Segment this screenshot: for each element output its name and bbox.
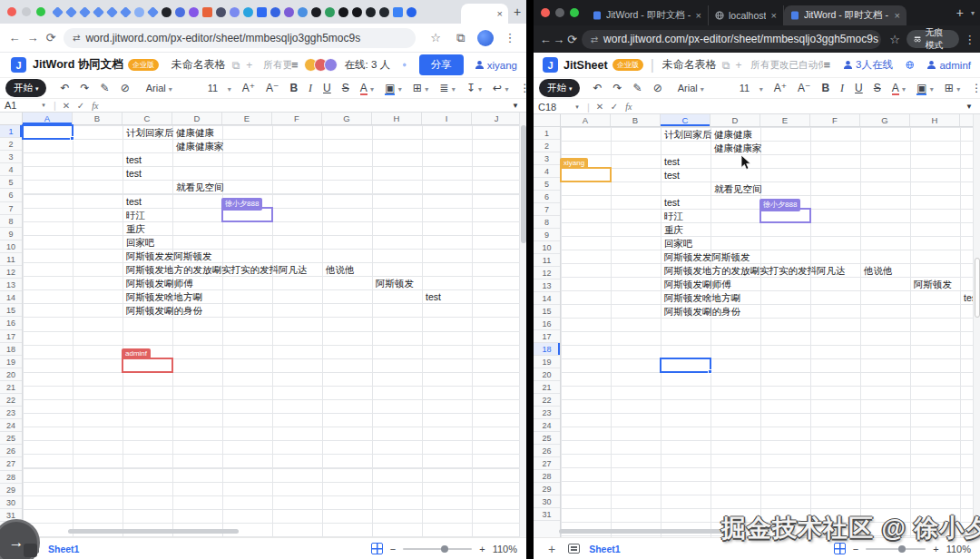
pinned-tab-icon[interactable] [134, 7, 144, 17]
column-header-A[interactable]: A [23, 113, 73, 124]
new-tab-button[interactable]: + [508, 5, 526, 19]
close-tab-icon[interactable]: × [894, 10, 899, 21]
close-tab-icon[interactable]: × [770, 10, 776, 21]
selected-cell-C18[interactable] [660, 358, 711, 373]
zoom-out-button[interactable]: − [390, 544, 396, 554]
start-menu-button[interactable]: 开始 ▾ [5, 79, 46, 97]
spreadsheet-grid[interactable]: ABCDEFGHIJ123456789101112131415161718192… [0, 113, 521, 537]
new-tab-button[interactable]: + [949, 5, 971, 20]
font-size-dropdown-icon[interactable]: ▾ [223, 82, 236, 94]
vertical-align-button[interactable]: ↧ ▾ [462, 82, 486, 94]
cells-area[interactable]: 计划回家后健康健康健康健康家testtest就看见空间test旴江重庆回家吧阿斯… [561, 127, 973, 537]
column-header-H[interactable]: H [372, 113, 422, 124]
row-header-13[interactable]: 13 [0, 279, 22, 291]
decrease-font-button[interactable]: A⁻ [793, 82, 815, 94]
zoom-slider[interactable] [403, 548, 472, 550]
bookmark-star-icon[interactable]: ☆ [888, 33, 902, 46]
column-header-D[interactable]: D [710, 114, 760, 126]
pinned-tab-icon[interactable] [243, 7, 253, 17]
fill-color-button[interactable]: ▣ ▾ [380, 82, 407, 95]
pinned-tab-icon[interactable] [147, 7, 159, 17]
name-box-dropdown-icon[interactable]: ▾ [570, 103, 584, 111]
column-header-H[interactable]: H [910, 114, 960, 126]
bold-button[interactable]: B [285, 82, 302, 94]
row-header-8[interactable]: 8 [0, 215, 22, 228]
row-header-11[interactable]: 11 [534, 254, 560, 267]
column-header-A[interactable]: A [561, 114, 611, 126]
row-header-10[interactable]: 10 [534, 241, 560, 254]
vertical-scrollbar-thumb[interactable] [975, 258, 980, 318]
horizontal-scrollbar-thumb[interactable] [559, 529, 727, 534]
pinned-tab-icon[interactable] [352, 7, 362, 17]
column-headers[interactable]: ABCDEFGHI [534, 114, 973, 127]
row-header-14[interactable]: 14 [534, 292, 560, 305]
zoom-in-button[interactable]: + [933, 544, 938, 554]
column-header-F[interactable]: F [810, 114, 860, 126]
row-header-24[interactable]: 24 [534, 419, 560, 432]
back-button[interactable]: ← [5, 31, 24, 44]
current-user[interactable]: adminf [926, 60, 971, 71]
row-header-2[interactable]: 2 [0, 138, 22, 151]
cancel-entry-icon[interactable]: ✕ [593, 102, 607, 112]
row-header-26[interactable]: 26 [534, 445, 560, 457]
row-header-6[interactable]: 6 [534, 191, 560, 203]
row-header-5[interactable]: 5 [534, 178, 560, 191]
borders-button[interactable]: ⊞ ▾ [408, 82, 433, 94]
row-header-23[interactable]: 23 [534, 407, 560, 419]
pinned-tabs[interactable] [53, 7, 461, 17]
back-button[interactable]: ← [539, 33, 553, 46]
sheet-switcher-icon[interactable] [568, 544, 580, 554]
column-header-E[interactable]: E [222, 113, 272, 124]
pinned-tab-icon[interactable] [65, 7, 77, 17]
format-painter-button[interactable]: ✎ [629, 82, 647, 94]
grid-view-icon[interactable] [371, 543, 383, 554]
row-header-30[interactable]: 30 [0, 496, 22, 509]
bookmark-star-icon[interactable]: ☆ [426, 31, 445, 44]
row-header-20[interactable]: 20 [534, 368, 560, 381]
row-header-25[interactable]: 25 [0, 432, 22, 445]
pinned-tab-icon[interactable] [379, 7, 389, 17]
redo-button[interactable]: ↷ [609, 82, 627, 94]
row-header-4[interactable]: 4 [534, 165, 560, 178]
sheet-tab[interactable]: Sheet1 [589, 544, 620, 554]
traffic-lights[interactable] [541, 8, 579, 17]
document-name[interactable]: 未命名表格 [662, 57, 717, 73]
close-window-button[interactable] [541, 8, 550, 17]
row-header-28[interactable]: 28 [0, 471, 22, 484]
pinned-tab-icon[interactable] [79, 7, 91, 17]
current-user[interactable]: xiyang [475, 60, 517, 71]
clear-format-button[interactable]: ⊘ [116, 82, 134, 94]
select-all-corner[interactable] [534, 114, 561, 126]
pinned-tab-icon[interactable] [230, 7, 240, 17]
italic-button[interactable]: I [304, 82, 317, 95]
zoom-slider[interactable] [866, 548, 926, 550]
browser-tab[interactable]: JitWord - 即时文档 - 高效协× [586, 5, 709, 25]
font-size-dropdown-icon[interactable]: ▾ [755, 82, 768, 94]
row-header-19[interactable]: 19 [0, 356, 22, 368]
profile-avatar[interactable] [477, 30, 494, 46]
maximize-window-button[interactable] [36, 7, 45, 16]
row-header-21[interactable]: 21 [0, 381, 22, 394]
row-header-25[interactable]: 25 [534, 432, 560, 445]
online-count[interactable]: 3人在线 [843, 58, 893, 72]
align-button[interactable]: ≣ ▾ [435, 82, 459, 94]
row-header-3[interactable]: 3 [0, 151, 22, 163]
sheet-tab[interactable]: Sheet1 [48, 544, 79, 554]
row-header-22[interactable]: 22 [0, 394, 22, 407]
italic-button[interactable]: I [836, 82, 848, 95]
selected-cell-A1[interactable] [22, 124, 74, 140]
pinned-tab-icon[interactable] [106, 7, 118, 17]
cell-reference-box[interactable]: A1 [0, 100, 36, 111]
address-input[interactable]: ⇄ word.jitword.com/px-editor/sheet/mmbes… [64, 28, 416, 48]
row-header-27[interactable]: 27 [534, 457, 560, 470]
pinned-tab-icon[interactable] [311, 7, 321, 17]
pinned-tab-icon[interactable] [284, 7, 294, 17]
format-painter-button[interactable]: ✎ [96, 82, 114, 94]
spreadsheet-grid[interactable]: ABCDEFGHI1234567891011121314151617181920… [534, 114, 973, 537]
column-header-I[interactable]: I [960, 114, 973, 126]
redo-button[interactable]: ↷ [76, 82, 94, 94]
close-window-button[interactable] [7, 7, 16, 16]
row-header-23[interactable]: 23 [0, 407, 22, 419]
expand-formula-bar-icon[interactable]: ▼ [512, 102, 526, 110]
address-input[interactable]: ⇄ word.jitword.com/px-editor/sheet/mmbes… [582, 30, 881, 49]
